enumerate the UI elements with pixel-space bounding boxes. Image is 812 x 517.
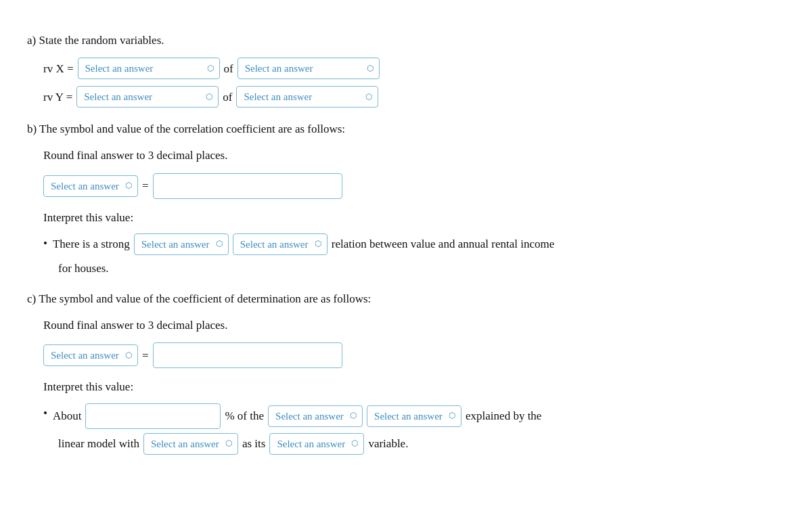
section-c-as-its: as its: [242, 434, 265, 453]
rvy-select2[interactable]: Select an answer ⬡: [236, 86, 378, 108]
section-c-linear-select4-chevron-icon: ⬡: [351, 437, 358, 450]
rvx-select1-label: Select an answer: [85, 60, 154, 76]
section-c-linear-row: linear model with Select an answer ⬡ as …: [58, 433, 785, 455]
section-b-label: b) The symbol and value of the correlati…: [27, 120, 785, 138]
section-c-select-label: Select an answer: [51, 347, 119, 363]
rvx-prefix: rv X =: [43, 60, 74, 78]
section-c-linear-prefix: linear model with: [58, 434, 139, 453]
section-b-input-row: Select an answer ⬡ =: [43, 173, 785, 199]
section-c-bullet-prefix: About: [53, 407, 82, 425]
rvx-select1[interactable]: Select an answer ⬡: [78, 58, 220, 79]
section-c: c) The symbol and value of the coefficie…: [27, 290, 785, 455]
section-b-select-label: Select an answer: [51, 178, 119, 194]
section-b-bullet-icon: •: [43, 233, 47, 254]
section-c-interpret: Interpret this value:: [43, 378, 785, 396]
section-c-linear-select3[interactable]: Select an answer ⬡: [143, 433, 238, 455]
rvy-select2-chevron-icon: ⬡: [365, 91, 372, 104]
rvx-select2[interactable]: Select an answer ⬡: [238, 58, 380, 79]
section-c-bullet-select1-chevron-icon: ⬡: [350, 409, 357, 422]
section-b-for-houses: for houses.: [58, 259, 785, 277]
rvy-of: of: [223, 88, 232, 106]
section-c-variable: variable.: [368, 434, 408, 453]
section-b: b) The symbol and value of the correlati…: [27, 120, 785, 277]
section-b-bullet-select1[interactable]: Select an answer ⬡: [134, 233, 229, 255]
section-b-bullet-content: There is a strong Select an answer ⬡ Sel…: [53, 233, 554, 255]
section-b-bullet-row: • There is a strong Select an answer ⬡ S…: [43, 233, 785, 255]
section-b-bullet-select2[interactable]: Select an answer ⬡: [233, 233, 328, 255]
section-c-percent-of-the: % of the: [225, 407, 264, 425]
rvx-row: rv X = Select an answer ⬡ of Select an a…: [43, 58, 785, 79]
section-c-eq: =: [142, 346, 149, 365]
section-c-linear-select4-label: Select an answer: [277, 436, 345, 452]
rvy-row: rv Y = Select an answer ⬡ of Select an a…: [43, 86, 785, 108]
rvy-prefix: rv Y =: [43, 88, 72, 106]
section-b-bullet-select1-label: Select an answer: [141, 236, 210, 252]
section-a: a) State the random variables. rv X = Se…: [27, 31, 785, 108]
section-c-bullet-icon: •: [43, 403, 47, 424]
section-b-select-chevron-icon: ⬡: [125, 179, 132, 192]
section-c-label: c) The symbol and value of the coefficie…: [27, 290, 785, 308]
section-b-bullet-suffix: relation between value and annual rental…: [332, 235, 554, 253]
rvx-select2-label: Select an answer: [245, 60, 313, 76]
section-c-input[interactable]: [153, 342, 342, 368]
section-c-bullet-row: • About % of the Select an answer ⬡ Sele…: [43, 403, 785, 429]
section-c-bullet-select2-chevron-icon: ⬡: [449, 409, 455, 422]
rvy-select2-label: Select an answer: [244, 89, 312, 105]
rvx-select2-chevron-icon: ⬡: [367, 62, 374, 75]
section-c-bullet-select1[interactable]: Select an answer ⬡: [268, 405, 363, 427]
rvy-select1-label: Select an answer: [84, 89, 152, 105]
section-c-input-row: Select an answer ⬡ =: [43, 342, 785, 368]
section-b-bullet-prefix: There is a strong: [53, 235, 130, 253]
section-c-select[interactable]: Select an answer ⬡: [43, 344, 138, 366]
section-b-bullet-select1-chevron-icon: ⬡: [216, 238, 223, 250]
rvy-select1[interactable]: Select an answer ⬡: [76, 86, 219, 108]
section-b-bullet-select2-label: Select an answer: [240, 236, 309, 252]
section-c-linear-select3-label: Select an answer: [151, 436, 219, 452]
section-c-bullet-select1-label: Select an answer: [275, 408, 344, 424]
section-c-round: Round final answer to 3 decimal places.: [43, 316, 785, 334]
rvx-of: of: [224, 60, 233, 78]
section-c-bullet-content: About % of the Select an answer ⬡ Select…: [53, 403, 541, 429]
section-c-explained-by: explained by the: [466, 407, 541, 425]
section-b-select[interactable]: Select an answer ⬡: [43, 175, 138, 197]
rvy-select1-chevron-icon: ⬡: [206, 91, 212, 104]
section-b-interpret: Interpret this value:: [43, 208, 785, 227]
section-b-eq: =: [142, 177, 149, 195]
section-c-linear-select4[interactable]: Select an answer ⬡: [269, 433, 364, 455]
section-b-bullet-select2-chevron-icon: ⬡: [315, 238, 321, 250]
section-c-select-chevron-icon: ⬡: [125, 349, 132, 362]
section-c-bullet-select2[interactable]: Select an answer ⬡: [367, 405, 461, 427]
section-a-label: a) State the random variables.: [27, 31, 785, 49]
section-c-bullet-select2-label: Select an answer: [374, 408, 443, 424]
section-b-round: Round final answer to 3 decimal places.: [43, 146, 785, 164]
section-b-input[interactable]: [153, 173, 342, 199]
section-c-linear-select3-chevron-icon: ⬡: [225, 437, 232, 450]
section-c-about-input[interactable]: [85, 403, 221, 429]
rvx-select1-chevron-icon: ⬡: [207, 62, 214, 75]
